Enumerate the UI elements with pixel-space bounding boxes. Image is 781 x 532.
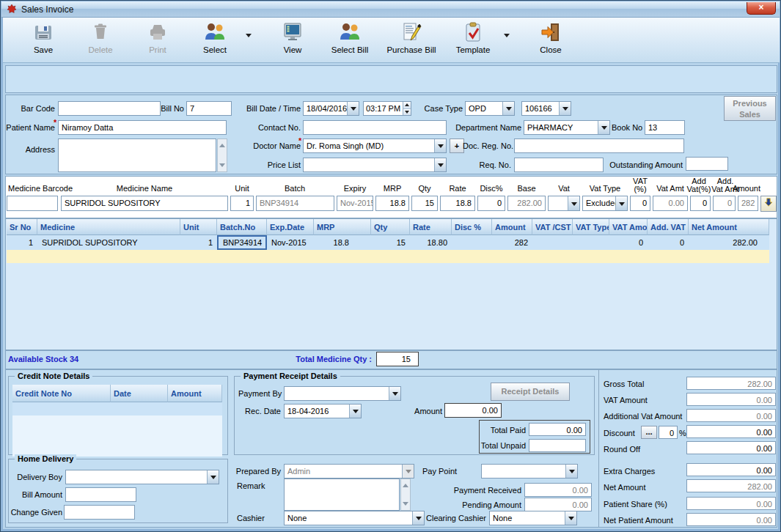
grid-new-row[interactable] — [7, 250, 769, 263]
toolbar-purchase-bill-button[interactable]: Purchase Bill — [378, 21, 444, 54]
case-no-select[interactable]: 106166 — [521, 101, 571, 116]
entry-disc-input[interactable]: 0 — [477, 196, 505, 211]
toolbar-close-button[interactable]: Close — [522, 21, 579, 54]
add-doctor-button[interactable]: + — [450, 138, 464, 153]
total-qty-input[interactable]: 15 — [376, 352, 419, 366]
total-paid-input[interactable]: 0.00 — [529, 423, 586, 436]
home-delivery-title: Home Delivery — [15, 454, 76, 463]
grid-col-vatcst[interactable]: VAT /CST — [532, 219, 573, 235]
grid-col-amount[interactable]: Amount — [492, 219, 532, 235]
remark-textarea[interactable] — [284, 479, 400, 511]
price-list-select[interactable] — [303, 158, 447, 172]
discount-options-button[interactable]: ... — [641, 426, 657, 439]
grid-col-rate[interactable]: Rate — [410, 219, 452, 235]
doctor-arrow-icon — [434, 139, 446, 152]
entry-vat-pct-input[interactable]: 0 — [630, 196, 650, 211]
entry-vat-type-select[interactable]: Excluded — [582, 196, 628, 211]
window-close-button[interactable]: × — [747, 2, 776, 15]
grid-col-unit[interactable]: Unit — [180, 219, 217, 235]
credit-col-date[interactable]: Date — [111, 385, 168, 402]
req-no-input[interactable] — [514, 158, 604, 172]
grid-cell-netamount: 282.00 — [689, 235, 769, 250]
payment-by-select[interactable] — [284, 386, 401, 401]
time-down-icon[interactable] — [403, 109, 411, 116]
grid-col-medicine[interactable]: Medicine — [37, 219, 180, 235]
grid-col-vattype[interactable]: VAT Type — [573, 219, 609, 235]
round-off-input[interactable]: 0.00 — [686, 441, 776, 454]
delivery-boy-label: Delivery Boy — [12, 473, 62, 481]
entry-qty-input[interactable]: 15 — [411, 196, 438, 211]
doc-reg-no-input[interactable] — [514, 138, 684, 153]
address-textarea[interactable] — [58, 138, 216, 172]
outstanding-input[interactable] — [686, 157, 728, 171]
contact-no-input[interactable] — [303, 120, 447, 135]
req-no-label: Req. No. — [476, 160, 511, 169]
grid-cell-batch[interactable]: BNP34914 — [217, 235, 267, 250]
payment-amount-input[interactable]: 0.00 — [444, 403, 502, 418]
toolbar-template-button[interactable]: Template — [444, 21, 502, 54]
grid-cell-amount: 282 — [492, 235, 532, 250]
scroll-up-icon[interactable] — [219, 141, 225, 147]
toolbar-select-bill-button[interactable]: Select Bill — [321, 21, 378, 54]
bill-time-spinner[interactable]: 03:17 PM — [363, 101, 411, 116]
cashier-select[interactable]: None — [284, 511, 425, 525]
bill-no-input[interactable]: 7 — [186, 101, 232, 116]
select-dropdown-button[interactable] — [243, 21, 254, 50]
patient-name-input[interactable]: Niramoy Datta — [58, 120, 227, 135]
entry-name-input[interactable]: SUPRIDOL SUPOSITORY — [61, 196, 228, 211]
grid-col-expdate[interactable]: Exp.Date — [267, 219, 314, 235]
grid-col-netamount[interactable]: Net Amount — [689, 219, 769, 235]
grid-col-qty[interactable]: Qty — [371, 219, 410, 235]
credit-col-amount[interactable]: Amount — [168, 385, 222, 402]
grid-col-mrp[interactable]: MRP — [314, 219, 371, 235]
department-select[interactable]: PHARMACY — [524, 120, 610, 135]
bar-code-input[interactable] — [58, 101, 161, 116]
extra-charges-input[interactable]: 0.00 — [686, 463, 776, 476]
rec-date-select[interactable]: 18-04-2016 — [284, 404, 362, 418]
doctor-select[interactable]: Dr. Roma Singh (MD) — [303, 138, 447, 153]
grid-col-batch[interactable]: Batch.No — [217, 219, 267, 235]
case-type-select[interactable]: OPD — [465, 101, 515, 116]
toolbar-select-label: Select — [203, 45, 227, 54]
pay-point-select[interactable] — [481, 464, 578, 479]
blank-panel — [5, 65, 777, 93]
entry-mrp-input[interactable]: 18.8 — [375, 196, 409, 211]
scroll-down-icon[interactable] — [219, 163, 225, 170]
clearing-cashier-select[interactable]: None — [489, 511, 577, 525]
additional-vat-label: Additional Vat Amount — [604, 412, 682, 421]
discount-amount-input[interactable]: 0.00 — [686, 425, 776, 438]
book-no-input[interactable]: 13 — [645, 120, 685, 135]
discount-percent-input[interactable]: 0 — [659, 426, 678, 439]
remark-scroll-down-icon[interactable] — [403, 502, 408, 509]
remark-scrollbar[interactable] — [400, 479, 411, 511]
grid-col-addvat[interactable]: Add. VAT — [648, 219, 689, 235]
delivery-boy-select[interactable] — [65, 470, 219, 484]
entry-barcode-input[interactable] — [7, 196, 58, 211]
add-row-button[interactable] — [760, 196, 777, 212]
toolbar-select-button[interactable]: Select — [186, 21, 243, 54]
address-scrollbar[interactable] — [217, 138, 227, 172]
toolbar-view-button[interactable]: View — [264, 21, 321, 54]
time-up-icon[interactable] — [403, 102, 411, 109]
bill-amount-input[interactable] — [65, 487, 136, 502]
entry-disc-label: Disc% — [480, 184, 502, 193]
total-unpaid-label: Total Unpaid — [477, 441, 526, 450]
bill-date-select[interactable]: 18/04/2016 — [303, 101, 359, 116]
entry-vat-select[interactable] — [548, 196, 580, 211]
grid-col-vatamou[interactable]: VAT Amou — [609, 219, 648, 235]
grid-row-1[interactable]: 1 SUPRIDOL SUPOSITORY 1 BNP34914 Nov-201… — [7, 235, 769, 250]
template-dropdown-button[interactable] — [502, 21, 512, 50]
entry-rate-input[interactable]: 18.8 — [440, 196, 475, 211]
remark-scroll-up-icon[interactable] — [403, 481, 408, 487]
previous-sales-button[interactable]: Previous Sales — [724, 96, 776, 121]
grid-col-disc[interactable]: Disc % — [452, 219, 492, 235]
change-given-input[interactable] — [64, 505, 135, 520]
total-unpaid-input[interactable] — [529, 439, 586, 452]
grid-col-srno[interactable]: Sr No — [7, 219, 37, 235]
credit-col-no[interactable]: Credit Note No — [12, 385, 111, 402]
toolbar-save-button[interactable]: Save — [15, 21, 72, 54]
receipt-details-button[interactable]: Receipt Details — [491, 383, 570, 401]
grid-cell-disc — [452, 235, 492, 250]
entry-unit-field: 1 — [230, 196, 254, 211]
entry-add-vat-input[interactable]: 0 — [690, 196, 711, 211]
